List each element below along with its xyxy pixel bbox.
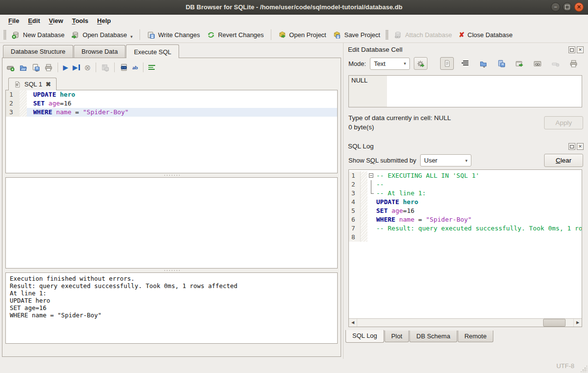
log-text: UPDATE hero (375, 198, 418, 207)
code-line-current[interactable]: 3 WHERE name = "Spider-Boy" (6, 108, 337, 117)
scrollbar-track[interactable] (357, 319, 573, 327)
import-data-button[interactable] (476, 57, 490, 70)
line-number: 8 (349, 233, 361, 242)
edit-cell-title: Edit Database Cell (348, 46, 403, 53)
revert-changes-label: Revert Changes (218, 31, 264, 39)
open-sql-file-icon[interactable] (19, 63, 27, 72)
sql-log-view[interactable]: 1−-- EXECUTING ALL IN 'SQL 1' 2-- 3-- At… (348, 169, 582, 327)
menu-file[interactable]: File (4, 16, 23, 26)
new-database-button[interactable]: New Database (8, 29, 68, 41)
save-project-button[interactable]: Save Project (329, 29, 384, 41)
menu-tools[interactable]: Tools (67, 16, 93, 26)
tab-remote[interactable]: Remote (458, 331, 494, 342)
tab-sql-log[interactable]: SQL Log (345, 330, 384, 343)
sql-document-icon (14, 81, 21, 88)
fold-margin (20, 99, 27, 108)
tab-database-structure[interactable]: Database Structure (3, 45, 73, 58)
close-sql-tab-icon[interactable]: ✖ (45, 81, 51, 88)
open-database-dropdown-icon[interactable]: ▾ (130, 34, 133, 39)
open-database-button[interactable]: Open Database ▾ (68, 29, 136, 41)
open-project-icon (278, 31, 286, 39)
find-icon[interactable] (120, 63, 128, 72)
close-icon[interactable]: ✕ (574, 2, 584, 12)
copy-link-button[interactable] (530, 57, 544, 70)
menu-view[interactable]: View (44, 16, 67, 26)
toolbar-drag-handle[interactable] (385, 30, 388, 40)
resize-grip[interactable] (580, 365, 587, 372)
attach-database-icon (394, 31, 402, 39)
log-text (375, 233, 376, 242)
line-number: 2 (349, 180, 361, 189)
code-line[interactable]: 2 SET age=16 (6, 99, 337, 108)
main-content: Database Structure Browse Data Execute S… (0, 43, 588, 359)
close-dock-icon[interactable]: ✕ (577, 143, 584, 150)
fold-margin (361, 233, 367, 242)
log-line: 3-- At line 1: (349, 189, 582, 198)
sql-tab[interactable]: SQL 1 ✖ (8, 78, 57, 90)
splitter-handle[interactable] (5, 269, 338, 272)
menubar: File Edit View Tools Help (0, 15, 588, 27)
import-mode-button[interactable] (414, 57, 427, 70)
revert-changes-button[interactable]: Revert Changes (203, 29, 267, 41)
format-sql-icon[interactable] (148, 64, 156, 71)
main-tabbar: Database Structure Browse Data Execute S… (0, 43, 343, 58)
code-line[interactable]: 1 UPDATE hero (6, 90, 337, 99)
apply-button: Apply (544, 116, 583, 129)
menu-help[interactable]: Help (93, 16, 115, 26)
minimize-icon[interactable]: − (551, 2, 560, 12)
submitted-by-select[interactable]: User ▾ (420, 154, 471, 166)
tab-plot[interactable]: Plot (385, 331, 409, 342)
menu-edit[interactable]: Edit (23, 16, 44, 26)
encoding-indicator[interactable]: UTF-8 (556, 362, 574, 370)
fold-marker-collapse[interactable]: − (367, 171, 375, 180)
cell-toolbar (440, 57, 583, 70)
scrollbar-thumb[interactable] (543, 319, 566, 327)
line-number: 7 (349, 224, 361, 233)
execute-current-line-icon[interactable]: ▶ (73, 63, 80, 71)
close-database-button[interactable]: ✘ Close Database (455, 29, 516, 41)
tab-execute-sql[interactable]: Execute SQL (126, 44, 179, 58)
open-external-button[interactable] (512, 57, 526, 70)
float-dock-icon[interactable] (568, 46, 575, 53)
submitted-by-value: User (424, 157, 437, 164)
scroll-left-icon[interactable]: ◀ (349, 319, 357, 327)
execute-all-icon[interactable]: ▶ (63, 63, 68, 71)
splitter-handle[interactable] (5, 173, 338, 177)
sql-log-title: SQL Log (348, 143, 374, 150)
results-pane[interactable] (5, 177, 338, 269)
word-wrap-icon (462, 61, 468, 66)
print-icon[interactable] (44, 63, 53, 72)
float-dock-icon[interactable] (568, 143, 575, 150)
import-file-icon (479, 60, 487, 68)
scroll-right-icon[interactable]: ▶ (573, 319, 582, 327)
close-dock-icon[interactable]: ✕ (577, 46, 584, 53)
tab-browse-data[interactable]: Browse Data (74, 45, 125, 58)
toolbar-separator (271, 29, 271, 40)
log-text: -- At line 1: (375, 189, 426, 198)
export-data-button[interactable] (494, 57, 508, 70)
open-project-button[interactable]: Open Project (275, 29, 330, 41)
text-document-button[interactable] (440, 57, 454, 70)
word-wrap-button[interactable] (458, 57, 472, 70)
cell-value-area[interactable] (387, 76, 582, 107)
toolbar-drag-handle[interactable] (3, 30, 6, 40)
sql-editor[interactable]: 1 UPDATE hero 2 SET age=16 3 WHERE name … (5, 90, 338, 173)
mode-select[interactable]: Text ▾ (370, 58, 410, 70)
find-replace-icon[interactable]: ab (132, 64, 138, 70)
tab-db-schema[interactable]: DB Schema (409, 331, 457, 342)
titlebar[interactable]: DB Browser for SQLite - /home/user/code/… (0, 0, 588, 15)
print-cell-button[interactable] (567, 57, 580, 70)
write-changes-button[interactable]: Write Changes (143, 29, 203, 41)
new-sql-tab-icon[interactable] (6, 63, 15, 72)
export-file-icon (497, 60, 506, 68)
horizontal-scrollbar[interactable]: ◀ ▶ (349, 318, 582, 327)
line-number: 4 (349, 198, 361, 207)
maximize-icon[interactable] (563, 2, 572, 12)
sql-log-filter-row: Show SQL submitted by User ▾ Clear (344, 151, 588, 169)
execution-log[interactable]: Execution finished without errors. Resul… (5, 272, 338, 344)
cell-value-editor[interactable]: NULL (348, 75, 582, 107)
link-icon (533, 60, 542, 68)
save-sql-file-icon[interactable] (32, 63, 40, 72)
text-document-icon (444, 60, 451, 67)
clear-log-button[interactable]: Clear (544, 154, 583, 167)
